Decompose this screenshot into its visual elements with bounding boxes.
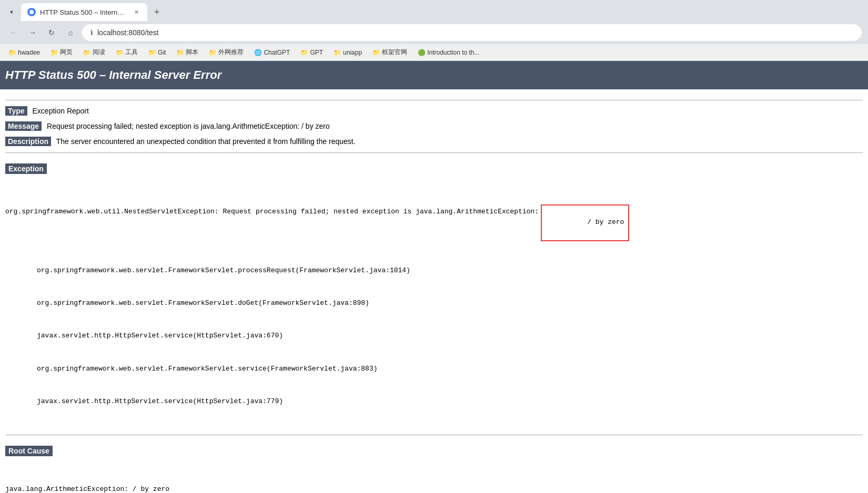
bookmark-label: 网页 <box>60 48 73 57</box>
bookmark-gpt[interactable]: 📁 GPT <box>296 47 327 58</box>
root-cause-line-1: java.lang.ArithmeticException: / by zero <box>5 484 863 493</box>
exception-stacktrace: org.springframework.web.util.NestedServl… <box>5 180 863 429</box>
security-icon: ℹ <box>90 29 93 36</box>
bookmark-web-icon: 🌐 <box>254 49 261 56</box>
bookmark-label: 脚本 <box>186 48 198 57</box>
exception-highlight-box: / by zero <box>541 204 629 241</box>
url-text: localhost:8080/test <box>97 28 159 37</box>
exception-stack-line-3: javax.servlet.http.HttpServlet.service(H… <box>5 331 863 342</box>
address-bar: ← → ↻ ⌂ ℹ localhost:8080/test <box>0 21 868 44</box>
type-value: Exception Report <box>33 107 89 115</box>
browser-chrome: ▾ HTTP Status 500 – Internal Se ✕ + ← → … <box>0 0 868 61</box>
error-header: HTTP Status 500 – Internal Server Error <box>0 61 868 89</box>
bookmarks-bar: 📁 hwadee 📁 网页 📁 阅读 📁 工具 📁 Git 📁 脚本 📁 外网推… <box>0 44 868 61</box>
divider-root-cause <box>5 435 863 435</box>
bookmark-label: ChatGPT <box>264 49 290 56</box>
exception-line-1: org.springframework.web.util.NestedServl… <box>5 204 863 241</box>
bookmark-green-icon: 🟢 <box>418 49 425 56</box>
exception-stack-line-2: org.springframework.web.servlet.Framewor… <box>5 298 863 309</box>
type-row: Type Exception Report <box>5 106 863 117</box>
home-button[interactable]: ⌂ <box>63 25 78 40</box>
bookmark-label: 外网推荐 <box>218 48 244 57</box>
bookmark-label: 工具 <box>125 48 138 57</box>
url-bar[interactable]: ℹ localhost:8080/test <box>82 24 862 41</box>
bookmark-foreign[interactable]: 📁 外网推荐 <box>205 46 248 58</box>
bookmark-introduction[interactable]: 🟢 Introduction to th... <box>413 47 483 58</box>
bookmark-framework[interactable]: 📁 框架官网 <box>368 46 411 58</box>
bookmark-label: Git <box>158 49 166 56</box>
tab-bar: ▾ HTTP Status 500 – Internal Se ✕ + <box>0 0 868 21</box>
message-label: Message <box>5 121 42 131</box>
exception-label: Exception <box>5 163 47 174</box>
root-cause-label: Root Cause <box>5 446 53 456</box>
bookmark-folder-icon: 📁 <box>300 49 308 56</box>
tab-title: HTTP Status 500 – Internal Se <box>40 8 127 16</box>
exception-main-text: org.springframework.web.util.NestedServl… <box>5 207 539 218</box>
exception-stack-line-4: org.springframework.web.servlet.Framewor… <box>5 364 863 375</box>
bookmark-folder-icon: 📁 <box>176 49 184 56</box>
bookmark-folder-icon: 📁 <box>372 49 380 56</box>
exception-stack-line-5: javax.servlet.http.HttpServlet.service(H… <box>5 396 863 407</box>
bookmark-folder-icon: 📁 <box>8 49 16 56</box>
bookmark-folder-icon: 📁 <box>51 49 58 56</box>
tab-favicon <box>27 8 36 16</box>
bookmark-label: 框架官网 <box>382 48 407 57</box>
root-cause-section: Root Cause <box>5 440 863 460</box>
divider-top <box>5 100 863 100</box>
active-tab[interactable]: HTTP Status 500 – Internal Se ✕ <box>21 3 147 21</box>
forward-button[interactable]: → <box>25 25 40 40</box>
exception-section-label: Exception <box>5 158 863 178</box>
bookmark-hwadee[interactable]: 📁 hwadee <box>4 47 44 58</box>
divider-exception <box>5 152 863 153</box>
bookmark-label: GPT <box>310 49 323 56</box>
root-cause-stacktrace: java.lang.ArithmeticException: / by zero… <box>5 463 863 493</box>
description-label: Description <box>5 137 51 146</box>
bookmark-webpage[interactable]: 📁 网页 <box>46 46 77 58</box>
bookmark-chatgpt[interactable]: 🌐 ChatGPT <box>250 47 294 58</box>
description-row: Description The server encountered an un… <box>5 136 863 147</box>
bookmark-tools[interactable]: 📁 工具 <box>112 46 142 58</box>
message-value: Request processing failed; nested except… <box>47 122 330 130</box>
bookmark-reading[interactable]: 📁 阅读 <box>79 46 109 58</box>
message-row: Message Request processing failed; neste… <box>5 121 863 132</box>
bookmark-git[interactable]: 📁 Git <box>144 47 170 58</box>
bookmark-folder-icon: 📁 <box>83 49 90 56</box>
page-content: HTTP Status 500 – Internal Server Error … <box>0 61 868 493</box>
bookmark-uniapp[interactable]: 📁 uniapp <box>329 47 366 58</box>
page-title: HTTP Status 500 – Internal Server Error <box>5 68 221 81</box>
bookmark-label: Introduction to th... <box>427 49 479 56</box>
bookmark-folder-icon: 📁 <box>209 49 216 56</box>
bookmark-folder-icon: 📁 <box>148 49 156 56</box>
bookmark-label: 阅读 <box>93 48 105 57</box>
svg-point-0 <box>29 10 34 14</box>
refresh-button[interactable]: ↻ <box>44 25 59 40</box>
back-button[interactable]: ← <box>6 25 21 40</box>
tab-close-button[interactable]: ✕ <box>132 7 141 17</box>
bookmark-scripts[interactable]: 📁 脚本 <box>172 46 203 58</box>
tab-dropdown-button[interactable]: ▾ <box>4 5 19 19</box>
new-tab-button[interactable]: + <box>149 5 164 19</box>
exception-highlight-text: / by zero <box>587 218 624 226</box>
description-value: The server encountered an unexpected con… <box>56 137 356 146</box>
bookmark-label: hwadee <box>18 49 40 56</box>
bookmark-folder-icon: 📁 <box>334 49 341 56</box>
type-label: Type <box>5 106 27 116</box>
bookmark-label: uniapp <box>343 49 362 56</box>
error-body: Type Exception Report Message Request pr… <box>0 89 868 493</box>
exception-stack-line-1: org.springframework.web.servlet.Framewor… <box>5 265 863 276</box>
bookmark-folder-icon: 📁 <box>116 49 123 56</box>
